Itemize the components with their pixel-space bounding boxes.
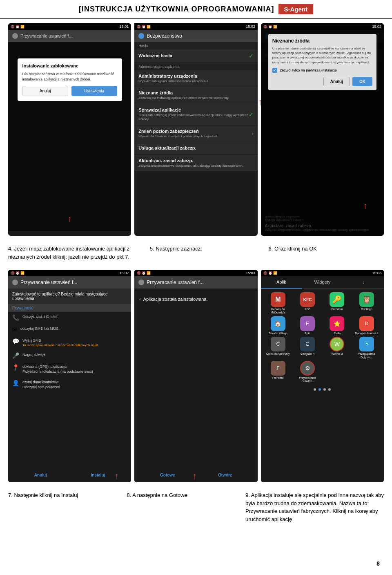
- screen4-title-bar: Przywracanie ustawień f...: [8, 276, 131, 289]
- install-blocked-dialog: Instalowanie zablokowane Dla bezpieczeńs…: [18, 58, 122, 101]
- admin-item[interactable]: Administratorzy urządzenia Wyświetl lub …: [134, 70, 257, 87]
- caption-3: 6. Oraz kliknij na OK: [269, 245, 384, 261]
- verify-apps-item[interactable]: Sprawdzaj aplikacje Blokuj lub ostrzegaj…: [134, 104, 257, 125]
- phone-screen-5: 📵⏰📶 15:03 Przywracanie ustawień f... ✓ A…: [134, 270, 257, 482]
- app-empty-2: [353, 361, 381, 383]
- app-drawer-tabs: Aplik Widgety ↓: [261, 276, 384, 289]
- mic-icon: 🎤: [12, 352, 19, 359]
- app-dolphin[interactable]: 🐬 Przeglądarka Dolphin...: [353, 337, 381, 359]
- app-duolingo[interactable]: 🦉 Duolingo: [353, 292, 381, 315]
- app-freedom[interactable]: 🔑 Freedom: [323, 292, 351, 315]
- nav-dots: [261, 387, 384, 392]
- gear-icon-2: [138, 33, 144, 39]
- caption-1: 4. Jeżeli masz zablokowane instalowanie …: [8, 245, 147, 261]
- security-level-item[interactable]: Zmień poziom zabezpieczeń Wysoki: blokow…: [134, 125, 257, 142]
- app-colin[interactable]: C Colin McRae Rally: [264, 337, 292, 359]
- page-header: [INSTRUKCJA UŻYTKOWNIA OPROGRAMOWANIA] S…: [0, 0, 392, 19]
- cancel-button[interactable]: Anuluj: [22, 86, 68, 96]
- screenshots-row-2: 📵⏰📶 15:02 Przywracanie ustawień f... Zai…: [0, 270, 392, 482]
- update-rules-item[interactable]: Aktualizac. zasad zabezp. Zwiększ bezpie…: [134, 155, 257, 172]
- screen3-bottom-bg: potencjalnych zagrożeń. Usługa aktualiza…: [261, 210, 384, 236]
- instaluj-button[interactable]: Instaluj: [86, 471, 110, 479]
- dialog-text: Dla bezpieczeństwa w telefonie zablokowa…: [22, 72, 117, 82]
- arrow-annotation-3: ↑: [363, 201, 368, 211]
- captions-row-2: 7. Następnie kliknij na Instaluj 8. A na…: [0, 488, 392, 526]
- screen1-overlay: Instalowanie zablokowane Dla bezpieczeńs…: [8, 42, 131, 231]
- send-sms-icon: 💬: [12, 338, 19, 345]
- dialog-buttons: Anuluj Ustawienia: [22, 86, 117, 96]
- passwords-header: Hasła: [134, 42, 257, 49]
- install-question: Zainstalować tę aplikację? Będzie miała …: [8, 289, 131, 304]
- screenshots-row-1: 📵⏰📶 15:01 Przywracanie ustawień f... Ins…: [0, 23, 392, 236]
- caption-6: 9. Aplikacja instaluje się specjalnie po…: [245, 491, 384, 523]
- screen2-title-bar: Bezpieczeństwo: [134, 30, 257, 42]
- status-bar-4: 📵⏰📶 15:02: [8, 270, 131, 276]
- status-bar-6: 📵⏰📶 15:03: [261, 270, 384, 276]
- download-icon-tab[interactable]: ↓: [343, 276, 384, 289]
- anuluj-button[interactable]: Anuluj: [29, 471, 52, 479]
- status-bar-3: 📵⏰📶 15:02: [261, 23, 384, 30]
- gotowe-button[interactable]: Gotowe: [155, 471, 180, 479]
- nav-dot-4: [328, 388, 331, 391]
- installed-text: ✓ Aplikacja została zainstalowana.: [134, 289, 257, 310]
- popup-buttons: Anuluj OK: [272, 77, 372, 86]
- verify-checkmark: ✓: [249, 111, 254, 118]
- app-empty-1: [323, 361, 351, 383]
- screen4-bottom-bar: Anuluj Instaluj: [8, 468, 131, 482]
- status-bar-2: 📵⏰📶 15:02: [134, 23, 257, 30]
- app-przywracanie[interactable]: ⚙ Przywracanie ustawien...: [294, 361, 321, 383]
- phone-screen-4: 📵⏰📶 15:02 Przywracanie ustawień f... Zai…: [8, 270, 131, 482]
- arrow-right-icon: ›: [252, 131, 254, 136]
- unknown-sources-item[interactable]: Nieznane źródła Zezwalaj na instalację a…: [134, 87, 257, 104]
- popup-box: Nieznane źródła Urządzenie i dane osobis…: [268, 34, 376, 90]
- settings-button[interactable]: Ustawienia: [71, 86, 117, 96]
- screen5-title-bar: Przywracanie ustawień f...: [134, 276, 257, 289]
- tab-widgety[interactable]: Widgety: [302, 276, 343, 289]
- app-mcdonalds[interactable]: M Kupony do McDonald's: [264, 292, 292, 315]
- perm-mic: 🎤 Nagraj dźwięk: [8, 350, 131, 362]
- app-epic[interactable]: E Epic: [294, 316, 321, 335]
- privacy-header: Prywatność: [8, 304, 131, 312]
- nav-dot-2: [318, 388, 321, 391]
- gear-icon: [12, 33, 18, 39]
- arrow-annotation-5: ↑: [192, 471, 197, 481]
- checkmark-installed: ✓: [138, 297, 142, 302]
- status-bar-1: 📵⏰📶 15:01: [8, 23, 131, 30]
- sms-icon: ✉: [12, 326, 17, 333]
- checkmark-icon: ✓: [249, 53, 254, 59]
- phone-icon: 📞: [12, 314, 19, 321]
- app-worms3[interactable]: W Worms 3: [323, 337, 351, 359]
- tab-aplik[interactable]: Aplik: [261, 276, 302, 289]
- gear-icon-4: [12, 280, 18, 285]
- nav-dot-1: [314, 388, 316, 391]
- perm-send-sms: 💬 Wyślij SMS To może spowodować naliczen…: [8, 336, 131, 350]
- apps-grid: M Kupony do McDonald's KFC KFC 🔑 Freedom…: [261, 289, 384, 387]
- admin-header: Administracja urządzenia: [134, 63, 257, 70]
- gear-icon-5: [138, 280, 144, 285]
- caption-5: 8. A następnie na Gotowe: [127, 491, 243, 523]
- arrow-annotation-1: ↑: [67, 214, 72, 224]
- nav-dot-3: [323, 388, 326, 391]
- perm-contacts: 👤 czytaj dane kontaktów. Odczytuj spis p…: [8, 377, 131, 393]
- captions-row-1: 4. Jeżeli masz zablokowane instalowanie …: [0, 242, 392, 264]
- app-stella[interactable]: ⭐ Stella: [323, 316, 351, 335]
- dialog-title: Instalowanie zablokowane: [22, 63, 117, 68]
- screen1-title-bar: Przywracanie ustawień f...: [8, 30, 131, 42]
- app-smurfs[interactable]: 🏠 Smurfs' Village: [264, 316, 292, 335]
- app-kfc[interactable]: KFC KFC: [294, 292, 321, 315]
- phone-screen-3: 📵⏰📶 15:02 Bezpieczeństwo Hasła Widoczne …: [261, 23, 384, 236]
- page-title: [INSTRUKCJA UŻYTKOWNIA OPROGRAMOWANIA]: [79, 5, 274, 13]
- phone-screen-6: 📵⏰📶 15:03 Aplik Widgety ↓ M Kupony do Mc…: [261, 270, 384, 482]
- caption-4: 7. Następnie kliknij na Instaluj: [8, 491, 124, 523]
- otworz-button[interactable]: Otwórz: [213, 471, 237, 479]
- cancel-btn[interactable]: Anuluj: [323, 77, 350, 86]
- ok-btn[interactable]: OK: [352, 77, 372, 86]
- page-number: 8: [376, 560, 380, 567]
- visible-passwords-item: Widoczne hasła ✓: [134, 49, 257, 63]
- app-frontiers[interactable]: F Frontiers: [264, 361, 292, 383]
- caption-2: 5. Następnie zaznacz:: [150, 245, 265, 261]
- app-gangstar[interactable]: G Gangstar 4: [294, 337, 321, 359]
- checkbox-icon[interactable]: ✓: [272, 68, 277, 73]
- perm-location: 📍 dokładna (GPS) lokalizacja Przybliżona…: [8, 362, 131, 377]
- app-dungeon[interactable]: D Dungeon Hunter 4: [353, 316, 381, 335]
